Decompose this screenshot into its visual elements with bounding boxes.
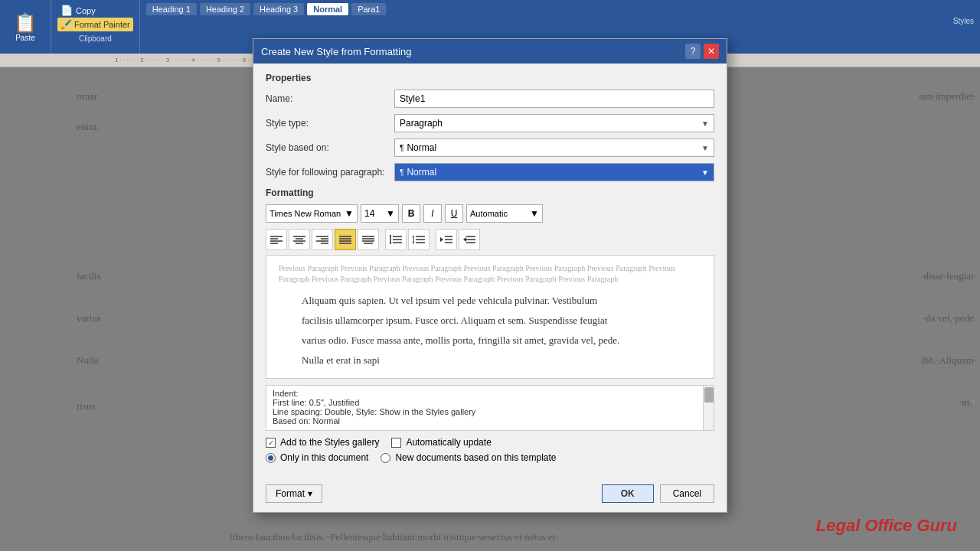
align-center-button[interactable] [289,229,310,250]
cancel-button[interactable]: Cancel [660,484,714,503]
format-toolbar: Times New Roman ▼ 14 ▼ B I U Automatic ▼ [266,204,714,223]
doc-text-right6: ·m.¶ [959,396,976,409]
format-dropdown-arrow: ▾ [308,488,312,499]
clipboard-group: 📄 Copy 🖌️ Format Painter Clipboard [51,0,140,54]
preview-area: Previous Paragraph Previous Paragraph Pr… [266,255,714,379]
heading2-style[interactable]: Heading 2 [200,3,250,15]
preview-main-text: Aliquam quis sapien. Ut vel ipsum vel pe… [279,291,701,370]
doc-bottom-text: libero·faucibus·facilisis.··Pellentesque… [230,531,750,543]
normal-style[interactable]: Normal [307,3,348,15]
style-type-arrow: ▼ [701,119,709,128]
heading1-style[interactable]: Heading 1 [146,3,197,15]
preview-line4: Nulla et erat in sapi [279,350,701,370]
doc-text-right1: sim·imperdiet· [919,90,976,103]
auto-update-checkbox-item[interactable]: Automatically update [391,437,491,448]
only-document-radio[interactable] [266,453,276,463]
dialog-titlebar-controls: ? ✕ [685,44,719,59]
doc-text-left4: varius [77,312,101,324]
preview-line3: varius odio. Fusce massa ante, mollis po… [279,331,701,350]
color-arrow: ▼ [530,208,539,219]
style-type-row: Style type: Paragraph ▼ [266,114,714,132]
dialog-help-button[interactable]: ? [685,44,701,59]
italic-button[interactable]: I [423,204,442,223]
style-based-label: Style based on: [266,142,388,153]
style-following-row: Style for following paragraph: ¶Normal ▼ [266,163,714,181]
name-row: Name: [266,90,714,108]
name-input[interactable] [394,90,714,108]
create-style-dialog: Create New Style from Formatting ? ✕ Pro… [253,38,727,513]
style-based-row: Style based on: ¶Normal ▼ [266,139,714,157]
format-painter-button[interactable]: 🖌️ Format Painter [57,18,133,31]
alignment-group [266,229,714,250]
dialog-close-button[interactable]: ✕ [704,44,719,59]
styles-buttons: Heading 1 Heading 2 Heading 3 Normal Par… [146,3,974,15]
style-type-select[interactable]: Paragraph ▼ [394,114,714,132]
increase-indent-button[interactable] [459,229,480,250]
checkbox-row: ✓ Add to the Styles gallery Automaticall… [266,437,714,448]
svg-marker-37 [463,237,466,242]
add-styles-checkbox[interactable]: ✓ [266,438,276,448]
format-dropdown-button[interactable]: Format ▾ [266,484,322,503]
style-following-label: Style for following paragraph: [266,167,388,178]
style-based-select[interactable]: ¶Normal ▼ [394,139,714,157]
new-documents-radio-item[interactable]: New documents based on this template [381,452,556,463]
font-size-arrow: ▼ [386,208,395,219]
dialog-titlebar: Create New Style from Formatting ? ✕ [253,39,727,64]
dialog-title-text: Create New Style from Formatting [261,46,412,57]
clipboard-top: 📄 Copy [57,3,133,18]
heading3-style[interactable]: Heading 3 [253,3,304,15]
desc-indent-label: Indent: [273,389,692,398]
clipboard-label: Clipboard [57,34,133,43]
doc-text-left6: risus [77,400,96,412]
dialog-footer: Format ▾ OK Cancel [253,478,727,512]
paste-button[interactable]: 📋 Paste [6,9,44,45]
underline-button[interactable]: U [445,204,463,223]
footer-right-buttons: OK Cancel [602,484,714,503]
only-document-label: Only in this document [280,452,368,463]
doc-text-left3: facilis [77,270,101,282]
svg-marker-33 [440,237,443,242]
font-size-select[interactable]: 14 ▼ [361,204,399,223]
add-styles-checkbox-item[interactable]: ✓ Add to the Styles gallery [266,437,379,448]
align-justify-button[interactable] [335,229,356,250]
auto-update-checkbox[interactable] [391,438,401,448]
line-spacing-button1[interactable] [385,229,407,250]
doc-text-right3: ·disse·feugiat· [921,270,976,282]
ok-button[interactable]: OK [602,484,654,503]
desc-line1: First line: 0.5", Justified [273,398,692,407]
svg-marker-29 [413,241,414,243]
description-scrollbar-thumb [704,387,714,403]
dialog-body: Properties Name: Style type: Paragraph ▼… [253,64,727,478]
font-name-select[interactable]: Times New Roman ▼ [266,204,358,223]
new-documents-label: New documents based on this template [395,452,556,463]
preview-line2: facilisis ullamcorper ipsum. Fusce orci.… [279,311,701,331]
add-styles-label: Add to the Styles gallery [280,437,379,448]
doc-text-left1: ornar [77,90,97,103]
doc-text-right5: ·ibh.·Aliquam· [919,354,976,367]
style-following-select[interactable]: ¶Normal ▼ [394,163,714,181]
doc-text-right4: ·da·vel,·pede. [923,312,976,324]
align-distributed-button[interactable] [358,229,379,250]
copy-button[interactable]: 📄 Copy [57,3,99,18]
bold-button[interactable]: B [402,204,420,223]
preview-line1: Aliquam quis sapien. Ut vel ipsum vel pe… [279,291,701,311]
description-scrollbar[interactable] [703,386,714,430]
style-based-arrow: ▼ [701,144,709,152]
doc-text-left2: enim. [77,121,99,133]
align-left-button[interactable] [266,229,287,250]
color-select[interactable]: Automatic ▼ [466,204,543,223]
para1-style[interactable]: Para1 [351,3,386,15]
only-document-radio-item[interactable]: Only in this document [266,452,368,463]
line-spacing-button2[interactable] [408,229,430,250]
radio-row: Only in this document New documents base… [266,452,714,463]
dialog-title-left: Create New Style from Formatting [261,46,412,57]
clipboard-section: 📋 Paste [0,0,51,54]
auto-update-label: Automatically update [406,437,491,448]
decrease-indent-button[interactable] [436,229,457,250]
align-right-button[interactable] [312,229,333,250]
desc-line2: Line spacing: Double, Style: Show in the… [273,407,692,416]
svg-marker-28 [413,236,414,238]
new-documents-radio[interactable] [381,453,390,463]
font-name-arrow: ▼ [345,208,354,219]
doc-text-left5: Nulla [77,354,99,367]
